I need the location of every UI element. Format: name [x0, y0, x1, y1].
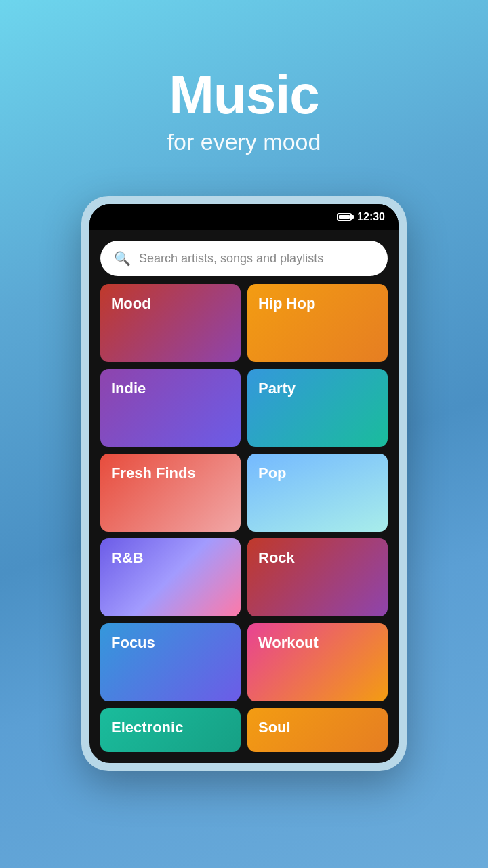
- phone-wrapper: 12:30 🔍 Search artists, songs and playli…: [81, 196, 407, 771]
- genre-card-rock[interactable]: Rock: [247, 538, 388, 616]
- genre-label-pop: Pop: [258, 465, 287, 481]
- phone-screen: 12:30 🔍 Search artists, songs and playli…: [89, 204, 399, 763]
- genre-card-freshfinds[interactable]: Fresh Finds: [100, 454, 241, 532]
- search-icon: 🔍: [114, 250, 131, 267]
- search-bar[interactable]: 🔍 Search artists, songs and playlists: [100, 241, 388, 276]
- genre-label-soul: Soul: [258, 719, 291, 736]
- genre-label-workout: Workout: [258, 634, 319, 651]
- genre-card-workout[interactable]: Workout: [247, 623, 388, 701]
- genre-card-hiphop[interactable]: Hip Hop: [247, 284, 388, 362]
- genre-card-indie[interactable]: Indie: [100, 369, 241, 447]
- status-time: 12:30: [357, 211, 385, 223]
- genre-card-pop[interactable]: Pop: [247, 454, 388, 532]
- status-bar: 12:30: [89, 204, 399, 230]
- genre-label-rock: Rock: [258, 549, 295, 566]
- genre-label-mood: Mood: [111, 295, 151, 312]
- battery-icon: [337, 213, 352, 221]
- genre-card-focus[interactable]: Focus: [100, 623, 241, 701]
- search-placeholder: Search artists, songs and playlists: [139, 252, 323, 266]
- genre-card-rb[interactable]: R&B: [100, 538, 241, 616]
- genre-label-focus: Focus: [111, 634, 155, 651]
- genre-label-party: Party: [258, 380, 296, 397]
- genre-label-rb: R&B: [111, 549, 144, 566]
- genre-label-electronic: Electronic: [111, 719, 183, 736]
- genre-label-freshfinds: Fresh Finds: [111, 465, 196, 481]
- genre-card-party[interactable]: Party: [247, 369, 388, 447]
- genre-grid: Mood Hip Hop Indie Party Fresh Finds Pop…: [89, 284, 399, 763]
- genre-card-electronic[interactable]: Electronic: [100, 708, 241, 752]
- genre-card-soul[interactable]: Soul: [247, 708, 388, 752]
- genre-card-mood[interactable]: Mood: [100, 284, 241, 362]
- genre-label-indie: Indie: [111, 380, 146, 397]
- page-title: Music: [169, 68, 319, 122]
- page-subtitle: for every mood: [167, 129, 321, 155]
- genre-label-hiphop: Hip Hop: [258, 295, 315, 312]
- header-section: Music for every mood: [0, 0, 488, 176]
